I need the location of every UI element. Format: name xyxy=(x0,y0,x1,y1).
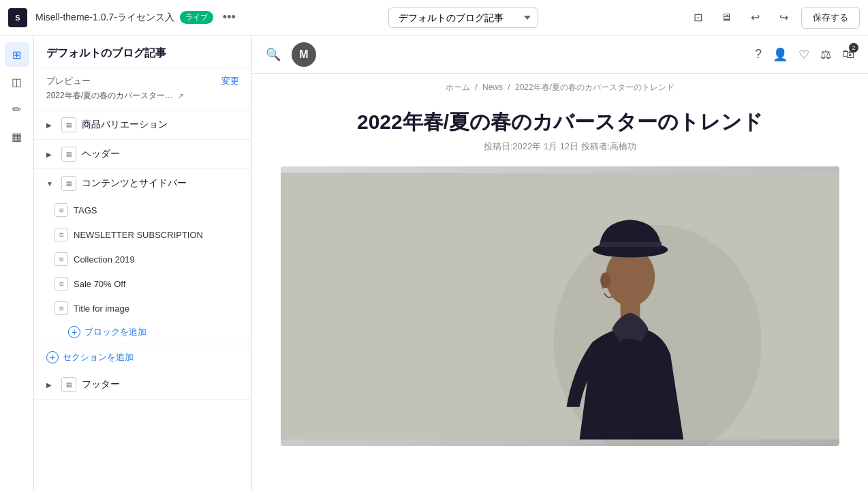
header-section-icon: ▤ xyxy=(61,147,76,162)
sidebar-item-layers[interactable]: ◫ xyxy=(5,70,29,94)
redo-button[interactable]: ↪ xyxy=(773,7,794,29)
newsletter-item-icon: ⊡ xyxy=(55,228,68,241)
header-section-title: ヘッダー xyxy=(82,148,120,160)
blog-content: 2022年春/夏の春のカバースターのトレンド 投稿日:2022年 1月 12日 … xyxy=(267,108,853,473)
undo-button[interactable]: ↩ xyxy=(744,7,766,29)
live-badge: ライブ xyxy=(180,11,213,24)
preview-section: プレビュー 変更 2022年春/夏の春のカバースター… ↗ xyxy=(34,68,251,110)
cart-icon[interactable]: 🛍 2 xyxy=(842,47,854,61)
icon-sidebar: ⊞ ◫ ✏ ▦ xyxy=(0,35,34,491)
wishlist-icon[interactable]: ♡ xyxy=(799,47,809,62)
add-section-label: セクションを追加 xyxy=(63,351,134,363)
panel-sidebar: デフォルトのブログ記事 プレビュー 変更 2022年春/夏の春のカバースター… … xyxy=(34,35,252,491)
breadcrumb-sep2: / xyxy=(508,83,510,92)
sidebar-item-brush[interactable]: ✏ xyxy=(5,97,29,121)
collection-2019-label: Collection 2019 xyxy=(74,254,135,265)
preview-url-row: 2022年春/夏の春のカバースター… ↗ xyxy=(46,90,239,102)
blog-hero-image xyxy=(281,166,839,446)
blog-title: 2022年春/夏の春のカバースターのトレンド xyxy=(281,108,839,135)
sub-items-list: ⊡ TAGS ⊡ NEWSLETTER SUBSCRIPTION ⊡ Colle… xyxy=(34,198,251,344)
add-section-icon: + xyxy=(46,351,59,363)
breadcrumb-home[interactable]: ホーム xyxy=(446,83,470,92)
more-button[interactable]: ••• xyxy=(219,8,240,27)
user-icon[interactable]: 👤 xyxy=(773,47,788,62)
breadcrumb-current: 2022年春/夏の春のカバースターのトレンド xyxy=(515,83,675,92)
breadcrumb-news[interactable]: News xyxy=(482,83,503,92)
add-section-item[interactable]: + セクションを追加 xyxy=(34,344,251,370)
preview-url-text: 2022年春/夏の春のカバースター… xyxy=(46,90,173,102)
blog-area: ホーム / News / 2022年春/夏の春のカバースターのトレンド 2022… xyxy=(252,74,868,491)
help-icon[interactable]: ? xyxy=(755,47,762,61)
section-header-content-sidebar[interactable]: ▼ ▤ コンテンツとサイドバー xyxy=(34,169,251,198)
add-block-icon: + xyxy=(68,326,80,338)
preview-nav: 🔍 M ? 👤 ♡ ⚖ 🛍 2 xyxy=(252,35,868,74)
panel-title: デフォルトのブログ記事 xyxy=(34,35,251,68)
content-sidebar-title: コンテンツとサイドバー xyxy=(82,177,187,190)
section-product-variations: ▶ ▤ 商品バリエーション xyxy=(34,110,251,140)
page-selector[interactable]: デフォルトのブログ記事 xyxy=(388,8,538,28)
save-button[interactable]: 保存する xyxy=(801,7,860,29)
tags-item-icon: ⊡ xyxy=(55,203,68,217)
device-icon[interactable]: ⊡ xyxy=(687,7,709,29)
compare-icon[interactable]: ⚖ xyxy=(820,47,831,62)
newsletter-label: NEWSLETTER SUBSCRIPTION xyxy=(74,230,203,240)
external-link-icon[interactable]: ↗ xyxy=(177,91,184,101)
page-title: Misell-theme-1.0.7-ライセンス入 xyxy=(35,12,174,24)
section-header-footer[interactable]: ▶ ▤ フッター xyxy=(34,370,251,399)
section-content-sidebar: ▼ ▤ コンテンツとサイドバー ⊡ TAGS ⊡ NEWSLETTER SUBS… xyxy=(34,169,251,344)
collection-item-icon: ⊡ xyxy=(55,252,68,266)
preview-nav-right: ? 👤 ♡ ⚖ 🛍 2 xyxy=(755,47,854,62)
chevron-down-icon: ▼ xyxy=(46,180,56,188)
chevron-icon: ▶ xyxy=(46,121,56,129)
breadcrumb: ホーム / News / 2022年春/夏の春のカバースターのトレンド xyxy=(252,74,868,98)
product-variations-title: 商品バリエーション xyxy=(82,119,168,131)
blog-hero-svg xyxy=(281,166,839,446)
add-block-item[interactable]: + ブロックを追加 xyxy=(48,321,251,344)
preview-change-link[interactable]: 変更 xyxy=(221,75,239,87)
title-for-image-label: Title for image xyxy=(74,303,129,314)
sub-item-tags[interactable]: ⊡ TAGS xyxy=(48,198,251,222)
topbar-right: ⊡ 🖥 ↩ ↪ 保存する xyxy=(687,7,860,29)
blog-meta: 投稿日:2022年 1月 12日 投稿者:高橋功 xyxy=(281,140,839,153)
topbar: S Misell-theme-1.0.7-ライセンス入 ライブ ••• デフォル… xyxy=(0,0,868,35)
section-header-header[interactable]: ▶ ▤ ヘッダー xyxy=(34,140,251,168)
search-icon[interactable]: 🔍 xyxy=(266,47,281,62)
tags-label: TAGS xyxy=(74,205,97,215)
sidebar-item-grid[interactable]: ▦ xyxy=(5,124,29,149)
desktop-icon[interactable]: 🖥 xyxy=(715,7,737,29)
chevron-icon: ▶ xyxy=(46,151,56,158)
sub-item-newsletter[interactable]: ⊡ NEWSLETTER SUBSCRIPTION xyxy=(48,222,251,247)
preview-area: 🔍 M ? 👤 ♡ ⚖ 🛍 2 ホーム / Ne xyxy=(252,35,868,491)
section-header-group: ▶ ▤ ヘッダー xyxy=(34,140,251,169)
sale-item-icon: ⊡ xyxy=(55,277,68,291)
title-image-item-icon: ⊡ xyxy=(55,301,68,315)
topbar-center: デフォルトのブログ記事 xyxy=(245,8,681,28)
add-block-label: ブロックを追加 xyxy=(84,326,146,338)
preview-nav-left: 🔍 M xyxy=(266,42,316,67)
footer-section-icon: ▤ xyxy=(61,377,76,392)
sidebar-item-dashboard[interactable]: ⊞ xyxy=(5,42,29,67)
product-variations-icon: ▤ xyxy=(61,117,76,132)
sub-item-title-for-image[interactable]: ⊡ Title for image xyxy=(48,296,251,321)
store-logo: M xyxy=(292,42,316,67)
breadcrumb-sep1: / xyxy=(475,83,477,92)
cart-count: 2 xyxy=(849,43,858,53)
content-sidebar-icon: ▤ xyxy=(61,176,76,191)
chevron-icon: ▶ xyxy=(46,381,56,389)
sale-70-label: Sale 70% Off xyxy=(74,279,125,289)
app-logo: S xyxy=(8,8,27,27)
preview-label: プレビュー xyxy=(46,75,91,87)
sub-item-sale-70[interactable]: ⊡ Sale 70% Off xyxy=(48,271,251,296)
sub-item-collection-2019[interactable]: ⊡ Collection 2019 xyxy=(48,247,251,271)
section-header-product-variations[interactable]: ▶ ▤ 商品バリエーション xyxy=(34,110,251,139)
footer-section-title: フッター xyxy=(82,378,120,391)
main-content: ⊞ ◫ ✏ ▦ デフォルトのブログ記事 プレビュー 変更 2022年春/夏の春の… xyxy=(0,35,868,491)
svg-rect-5 xyxy=(600,242,662,248)
section-footer: ▶ ▤ フッター xyxy=(34,370,251,400)
